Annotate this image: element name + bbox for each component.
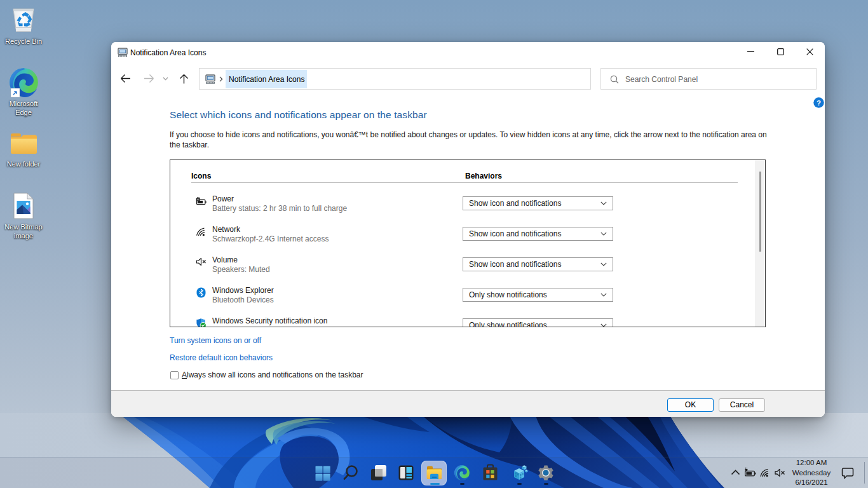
svg-text:?: ? xyxy=(817,99,821,107)
